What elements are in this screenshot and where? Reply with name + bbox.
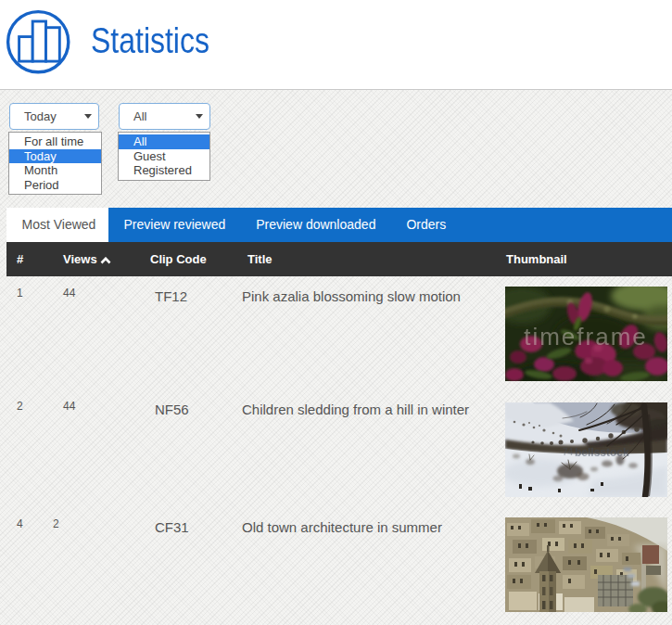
table-row: 2 44 NF56 Children sledding from a hill …	[6, 389, 672, 503]
visitor-select[interactable]: All	[119, 103, 210, 130]
page-header: Statistics	[0, 0, 672, 90]
tab-most-viewed[interactable]: Most Viewed	[6, 208, 108, 242]
thumbnail-winter-sledding[interactable]: 74 bellsstock	[505, 402, 667, 497]
tab-bar: Most Viewed Preview reviewed Preview dow…	[6, 208, 672, 242]
chevron-down-icon	[84, 114, 92, 119]
period-select[interactable]: Today	[9, 103, 99, 130]
period-dropdown-list: For all timeTodayMonthPeriod	[8, 132, 102, 195]
dropdown-option[interactable]: All	[119, 134, 209, 149]
statistics-logo-icon	[6, 9, 70, 74]
tab-preview-downloaded[interactable]: Preview downloaded	[241, 208, 391, 242]
row-number: 2	[17, 400, 23, 413]
sort-ascending-icon	[100, 257, 111, 264]
row-clip-code: CF31	[155, 519, 189, 535]
column-header-clip-code[interactable]: Clip Code	[150, 242, 207, 276]
thumbnail-image: 74 bellsstock	[505, 402, 667, 497]
dropdown-option[interactable]: Month	[9, 163, 101, 178]
row-number: 1	[17, 287, 23, 300]
visitor-dropdown-list: AllGuestRegistered	[118, 132, 210, 181]
row-title: Pink azalia blossoming slow motion	[242, 288, 461, 304]
table-row: 1 44 TF12 Pink azalia blossoming slow mo…	[6, 276, 672, 389]
column-header-title[interactable]: Title	[247, 242, 273, 276]
row-views: 2	[53, 517, 59, 530]
tab-preview-reviewed[interactable]: Preview reviewed	[108, 208, 241, 242]
row-views: 44	[63, 400, 75, 413]
thumbnail-image	[505, 517, 667, 612]
thumbnail-image: timeframe	[505, 287, 667, 381]
dropdown-option[interactable]: Registered	[119, 163, 209, 178]
dropdown-option[interactable]: Guest	[119, 149, 209, 164]
row-title: Children sledding from a hill in winter	[242, 402, 469, 417]
table-row: 4 2 CF31 Old town architecture in summer	[6, 507, 672, 620]
column-header-thumbnail[interactable]: Thumbnail	[506, 242, 567, 276]
row-title: Old town architecture in summer	[242, 519, 442, 535]
table-header: # Views Clip Code Title Thumbnail	[6, 242, 672, 276]
row-number: 4	[17, 517, 23, 530]
row-clip-code: TF12	[155, 288, 187, 304]
page-title: Statistics	[91, 22, 209, 58]
statistics-page: Statistics Today All For all timeTodayMo…	[0, 0, 672, 625]
thumbnail-old-town[interactable]	[505, 517, 667, 612]
dropdown-option[interactable]: Today	[9, 149, 101, 164]
dropdown-option[interactable]: Period	[9, 178, 101, 193]
thumbnail-azalea-blossom[interactable]: timeframe	[505, 287, 667, 381]
period-select-value: Today	[24, 104, 57, 129]
column-header-num[interactable]: #	[17, 242, 23, 276]
watermark-text: timeframe	[524, 323, 648, 351]
chevron-down-icon	[196, 114, 203, 119]
watermark-text: bellsstock	[575, 446, 629, 459]
column-header-views[interactable]: Views	[63, 242, 111, 276]
watermark-prefix: 74	[563, 447, 574, 457]
dropdown-option[interactable]: For all time	[9, 134, 101, 149]
row-clip-code: NF56	[155, 402, 189, 417]
row-views: 44	[63, 287, 75, 300]
visitor-select-value: All	[133, 104, 146, 129]
tab-orders[interactable]: Orders	[391, 208, 462, 242]
